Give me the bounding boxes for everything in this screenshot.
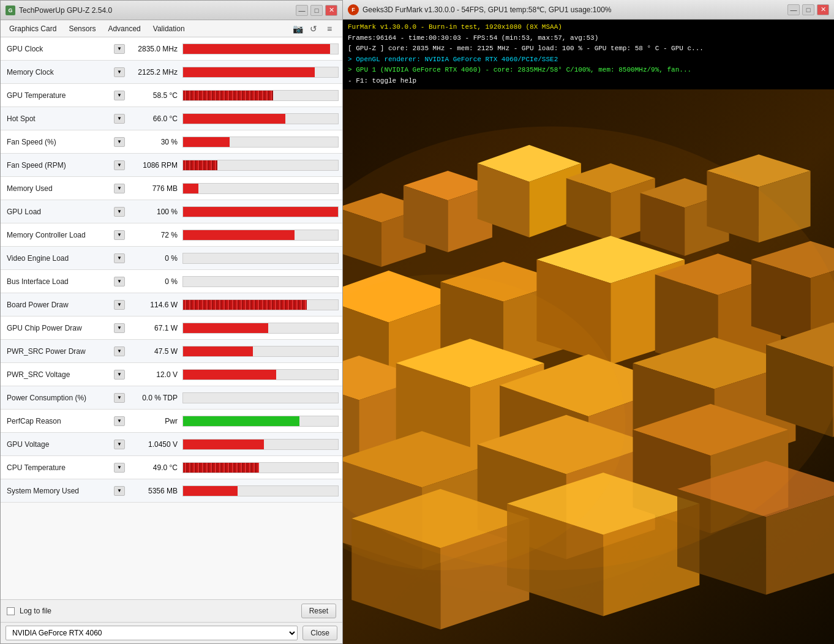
sensor-bar-container	[182, 439, 339, 450]
sensor-dropdown[interactable]: ▼	[114, 137, 125, 147]
sensor-value: 0 %	[127, 277, 182, 286]
sensor-bar-container	[182, 230, 339, 241]
sensor-value: 49.0 °C	[127, 463, 182, 472]
sensor-dropdown[interactable]: ▼	[114, 184, 125, 193]
sensor-name: GPU Voltage	[1, 440, 114, 449]
sensor-dropdown[interactable]: ▼	[114, 393, 125, 403]
minimize-button[interactable]: —	[296, 5, 308, 16]
gpu-dropdown[interactable]: NVIDIA GeForce RTX 4060	[6, 626, 298, 640]
sensor-dropdown[interactable]: ▼	[114, 346, 125, 356]
sensor-value: 0 %	[127, 254, 182, 263]
sensor-row: PWR_SRC Power Draw ▼ 47.5 W	[1, 340, 342, 363]
maximize-button[interactable]: □	[310, 5, 323, 16]
sensor-value: 1086 RPM	[127, 161, 182, 170]
sensor-row: PWR_SRC Voltage ▼ 12.0 V	[1, 363, 342, 386]
log-checkbox[interactable]	[7, 607, 15, 615]
sensor-bar-container	[182, 416, 339, 427]
sensor-value: Pwr	[127, 417, 182, 425]
sensor-bar	[183, 346, 253, 356]
close-button[interactable]: Close	[302, 626, 337, 640]
menu-graphics-card[interactable]: Graphics Card	[3, 22, 62, 36]
sensor-name: Hot Spot	[1, 114, 114, 123]
camera-icon[interactable]: 📷	[291, 22, 304, 36]
sensor-dropdown[interactable]: ▼	[114, 300, 125, 310]
sensor-value: 72 %	[127, 231, 182, 239]
sensor-bar-container	[182, 113, 339, 124]
menu-validation[interactable]: Validation	[147, 22, 191, 36]
sensor-name: System Memory Used	[1, 487, 114, 495]
sensor-bar	[183, 323, 268, 333]
sensor-dropdown[interactable]: ▼	[114, 67, 125, 77]
menu-advanced[interactable]: Advanced	[102, 22, 146, 36]
refresh-icon[interactable]: ↺	[307, 22, 320, 36]
furmark-info-bar: FurMark v1.30.0.0 - Burn-in test, 1920x1…	[343, 20, 834, 89]
sensor-name: GPU Temperature	[1, 91, 114, 100]
sensor-name: Memory Clock	[1, 68, 114, 77]
sensor-dropdown[interactable]: ▼	[114, 370, 125, 380]
sensor-dropdown[interactable]: ▼	[114, 207, 125, 217]
menu-icon[interactable]: ≡	[323, 22, 336, 36]
sensor-dropdown[interactable]: ▼	[114, 91, 125, 100]
sensor-row: Board Power Draw ▼ 114.6 W	[1, 293, 342, 316]
sensor-name: GPU Clock	[1, 45, 114, 53]
sensor-name: PWR_SRC Power Draw	[1, 347, 114, 356]
log-label: Log to file	[20, 607, 51, 615]
sensor-value: 12.0 V	[127, 370, 182, 379]
sensor-name: Power Consumption (%)	[1, 394, 114, 402]
sensor-bar-container	[182, 43, 339, 54]
sensor-bar-container	[182, 299, 339, 310]
sensor-name: Memory Used	[1, 184, 114, 193]
sensor-bar	[183, 463, 259, 473]
sensor-bar	[183, 416, 299, 426]
sensor-bar-container	[182, 183, 339, 194]
gpuz-title-bar: G TechPowerUp GPU-Z 2.54.0 — □ ✕	[1, 1, 342, 20]
sensor-dropdown[interactable]: ▼	[114, 486, 125, 496]
furmark-close-button[interactable]: ✕	[817, 4, 829, 15]
sensor-dropdown[interactable]: ▼	[114, 440, 125, 449]
sensor-name: Memory Controller Load	[1, 231, 114, 239]
sensor-dropdown[interactable]: ▼	[114, 253, 125, 263]
furmark-app-icon: F	[348, 4, 359, 15]
sensor-name: Board Power Draw	[1, 301, 114, 309]
sensor-dropdown[interactable]: ▼	[114, 230, 125, 240]
sensor-bar-container	[182, 392, 339, 403]
sensor-value: 66.0 °C	[127, 114, 182, 123]
furmark-line-1: FurMark v1.30.0.0 - Burn-in test, 1920x1…	[348, 22, 829, 33]
sensor-dropdown[interactable]: ▼	[114, 463, 125, 473]
sensor-name: Video Engine Load	[1, 254, 114, 263]
sensor-dropdown[interactable]: ▼	[114, 114, 125, 124]
sensor-bar-container	[182, 253, 339, 264]
sensor-row: Bus Interface Load ▼ 0 %	[1, 270, 342, 293]
sensor-name: GPU Chip Power Draw	[1, 324, 114, 332]
sensor-bar-container	[182, 485, 339, 496]
sensor-row: GPU Load ▼ 100 %	[1, 200, 342, 223]
reset-button[interactable]: Reset	[301, 604, 336, 618]
sensor-bar	[183, 486, 238, 496]
sensor-name: PerfCap Reason	[1, 417, 114, 425]
window-close-button[interactable]: ✕	[325, 5, 337, 16]
furmark-line-2: Frames:96164 - time:00:30:03 - FPS:54 (m…	[348, 33, 829, 44]
furmark-line-3: [ GPU-Z ] core: 2835 MHz - mem: 2125 MHz…	[348, 43, 829, 54]
furmark-minimize-button[interactable]: —	[787, 4, 800, 15]
sensor-dropdown[interactable]: ▼	[114, 160, 125, 170]
sensor-bar	[183, 44, 330, 54]
furmark-maximize-button[interactable]: □	[802, 4, 814, 15]
sensor-row: CPU Temperature ▼ 49.0 °C	[1, 456, 342, 479]
sensor-dropdown[interactable]: ▼	[114, 44, 125, 54]
menu-sensors[interactable]: Sensors	[62, 22, 102, 36]
sensor-row: GPU Chip Power Draw ▼ 67.1 W	[1, 316, 342, 340]
sensor-value: 2835.0 MHz	[127, 45, 182, 53]
sensor-bar-container	[182, 206, 339, 217]
sensor-row: Power Consumption (%) ▼ 0.0 % TDP	[1, 386, 342, 410]
sensor-dropdown[interactable]: ▼	[114, 416, 125, 426]
gpuz-app-icon: G	[6, 6, 15, 15]
sensor-row: Fan Speed (RPM) ▼ 1086 RPM	[1, 154, 342, 177]
sensor-dropdown[interactable]: ▼	[114, 277, 125, 286]
sensor-bar	[183, 114, 285, 124]
sensor-value: 0.0 % TDP	[127, 394, 182, 402]
sensor-dropdown[interactable]: ▼	[114, 323, 125, 333]
sensor-value: 114.6 W	[127, 301, 182, 309]
sensor-bar-container	[182, 323, 339, 334]
sensor-bar	[183, 370, 276, 380]
sensor-bar	[183, 67, 315, 77]
